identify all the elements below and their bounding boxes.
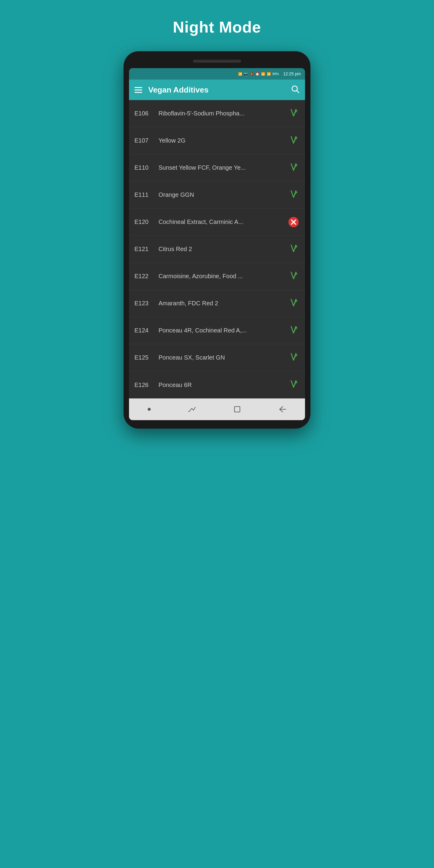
additive-list: E106Riboflavin-5'-Sodium Phospha... E107… [129,100,305,398]
item-code: E125 [134,354,158,361]
item-code: E122 [134,273,158,280]
vegan-icon [289,325,299,336]
item-status [287,325,300,336]
item-status [287,217,300,227]
bluetooth-icon: 📶 [238,72,242,76]
vegan-icon [289,190,299,200]
item-status [287,244,300,255]
item-status [287,135,300,146]
item-code: E110 [134,164,158,171]
navigation-bar [129,398,305,420]
vegan-icon [289,135,299,146]
app-bar: Vegan Additives [129,80,305,100]
search-button[interactable] [290,84,300,96]
app-title: Vegan Additives [148,85,290,95]
signal-icon: 📶 [267,72,271,76]
vegan-icon [289,271,299,282]
item-name: Sunset Yellow FCF, Orange Ye... [158,164,287,171]
status-bar: 📶 📷 🔕 ⏰ 📶 📶 99% 12:25 pm [129,68,305,80]
list-item[interactable]: E126Ponceau 6R [129,371,305,398]
mute-icon: 🔕 [250,72,254,76]
item-code: E126 [134,381,158,389]
phone-frame: 📶 📷 🔕 ⏰ 📶 📶 99% 12:25 pm Vegan Additives [124,51,310,429]
item-code: E111 [134,191,158,198]
recents-button[interactable] [188,406,196,412]
list-item[interactable]: E123Amaranth, FDC Red 2 [129,290,305,317]
home-dot-icon [148,408,151,411]
vegan-icon [289,352,299,363]
item-code: E123 [134,300,158,307]
item-name: Amaranth, FDC Red 2 [158,300,287,307]
item-status [287,298,300,309]
menu-line-3 [134,92,142,93]
item-name: Cochineal Extract, Carminic A... [158,218,287,225]
item-code: E107 [134,137,158,144]
phone-screen: 📶 📷 🔕 ⏰ 📶 📶 99% 12:25 pm Vegan Additives [129,68,305,420]
item-status [287,271,300,282]
alarm-icon: ⏰ [255,72,259,76]
item-name: Riboflavin-5'-Sodium Phospha... [158,110,287,117]
wifi-icon: 📶 [261,72,265,76]
list-item[interactable]: E122Carmoisine, Azorubine, Food ... [129,263,305,290]
vegan-icon [289,298,299,309]
list-item[interactable]: E124Ponceau 4R, Cochineal Red A,... [129,317,305,344]
overview-button[interactable] [233,405,241,413]
menu-line-2 [134,90,142,90]
item-name: Yellow 2G [158,137,287,144]
item-name: Ponceau 6R [158,381,287,389]
item-status [287,379,300,390]
bluetooth-icon2: 📷 [244,72,248,76]
list-item[interactable]: E107Yellow 2G [129,127,305,154]
item-code: E106 [134,110,158,117]
item-status [287,108,300,119]
item-code: E121 [134,246,158,253]
svg-line-1 [297,90,299,93]
item-code: E124 [134,327,158,334]
list-item[interactable]: E121Citrus Red 2 [129,236,305,263]
item-name: Ponceau SX, Scarlet GN [158,354,287,361]
vegan-icon [289,108,299,119]
item-code: E120 [134,218,158,225]
battery-icon: 99% [273,72,279,76]
vegan-icon [289,162,299,173]
phone-notch [193,60,241,63]
menu-line-1 [134,87,142,88]
item-name: Orange GGN [158,191,287,198]
list-item[interactable]: E106Riboflavin-5'-Sodium Phospha... [129,100,305,127]
page-title: Night Mode [173,18,261,36]
vegan-icon [289,379,299,390]
item-name: Carmoisine, Azorubine, Food ... [158,273,287,280]
menu-button[interactable] [134,87,142,93]
status-icons: 📶 📷 🔕 ⏰ 📶 📶 99% [238,72,279,76]
list-item[interactable]: E111Orange GGN [129,181,305,209]
svg-rect-6 [235,407,240,412]
back-button[interactable] [278,406,286,412]
item-status [287,162,300,173]
list-item[interactable]: E110Sunset Yellow FCF, Orange Ye... [129,154,305,181]
list-item[interactable]: E120Cochineal Extract, Carminic A... [129,209,305,236]
list-item[interactable]: E125Ponceau SX, Scarlet GN [129,344,305,371]
status-time: 12:25 pm [283,71,301,76]
item-name: Citrus Red 2 [158,246,287,253]
item-name: Ponceau 4R, Cochineal Red A,... [158,327,287,334]
non-vegan-icon [288,217,299,227]
item-status [287,352,300,363]
home-button[interactable] [148,408,151,411]
vegan-icon [289,244,299,255]
item-status [287,190,300,200]
